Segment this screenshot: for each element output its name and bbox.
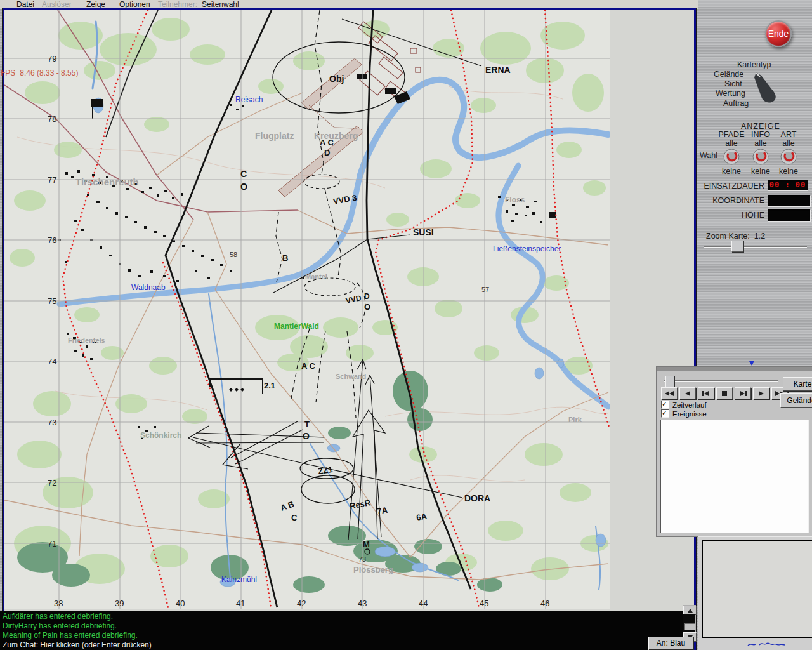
place-waldnaab: Waldnaab (131, 283, 166, 292)
fps-counter: FPS=8.46 (8.33 - 8.55) (1, 69, 78, 77)
anzeige-art-keine: keine (771, 167, 806, 176)
anzeige-art-alle: alle (771, 139, 806, 148)
chat-line: Meaning of Pain has entered debriefing. (0, 631, 683, 640)
ereignisse-checkbox[interactable] (661, 409, 669, 418)
label-ac2: A C (301, 361, 316, 371)
anzeige-art-knob-icon[interactable] (780, 149, 797, 165)
play-button[interactable] (753, 387, 769, 399)
label-7a: 7A (376, 505, 388, 516)
svg-text:42: 42 (297, 599, 306, 608)
anzeige-title: ANZEIGE (741, 122, 780, 131)
zeitverlauf-label: Zeitverlauf (672, 401, 707, 409)
ende-button[interactable]: Ende (765, 20, 792, 47)
unit-info-box (702, 540, 812, 638)
place-schwand: Schwand (336, 373, 366, 380)
chat-status-bar[interactable]: Zum Chat: Hier klicken (oder Enter drück… (0, 640, 648, 650)
kartentyp-option-auftrag[interactable]: Auftrag (723, 99, 749, 108)
boundary-diamonds (229, 388, 244, 392)
zeitverlauf-checkbox[interactable] (661, 401, 669, 409)
label-d2: D (324, 148, 330, 157)
menu-seitenwahl[interactable]: Seitenwahl (202, 0, 239, 9)
play-icon (756, 390, 766, 397)
label-58: 58 (230, 251, 237, 258)
zoom-karte-label: Zoom Karte: 1.2 (706, 232, 765, 241)
label-obj: Obj (329, 74, 344, 84)
svg-text:38: 38 (54, 599, 63, 608)
timeline-marker-icon (749, 361, 754, 366)
menu-ausloeser: Auslöser (42, 0, 72, 9)
place-reisach: Reisach (235, 95, 263, 104)
zoom-slider-thumb[interactable] (731, 241, 743, 252)
place-kainzmuehl: Kainzmühl (221, 575, 257, 584)
step-forward-button[interactable] (735, 387, 751, 399)
place-liessensteinspeicher: Ließensteinspeicher (493, 244, 561, 253)
kartentyp-option-gelaende[interactable]: Gelände (714, 70, 743, 79)
svg-text:75: 75 (48, 296, 56, 306)
menu-datei[interactable]: Datei (16, 0, 34, 9)
svg-text:72: 72 (48, 478, 56, 488)
stop-button[interactable] (716, 387, 733, 399)
svg-text:71: 71 (48, 539, 56, 548)
time-slider-track[interactable] (664, 380, 778, 382)
menu-teilnehmer: Teilnehmer: (158, 0, 197, 9)
zeitverlauf-checkbox-row[interactable]: Zeitverlauf (661, 401, 707, 409)
label-erna: ERNA (485, 65, 511, 75)
unit-info-header (703, 541, 812, 555)
kartentyp-knob-icon[interactable] (751, 71, 780, 104)
zoom-slider-track[interactable] (704, 246, 807, 248)
play-backward-button[interactable] (679, 387, 696, 399)
gelaende-button[interactable]: Gelände (780, 393, 812, 408)
signature-icon (747, 640, 787, 649)
label-o2: O (240, 182, 247, 192)
menu-optionen[interactable]: Optionen (119, 0, 150, 9)
label-73: 73 (358, 555, 366, 563)
kartentyp-option-sicht[interactable]: Sicht (724, 79, 742, 88)
anzeige-column-art: ART alle keine (771, 130, 806, 176)
playback-panel-edge (657, 367, 812, 371)
playback-panel: Karte Gelände Zeitverlauf Ereignisse (657, 367, 812, 536)
scrollbar-track[interactable] (683, 614, 695, 632)
scroll-up-button[interactable] (683, 606, 697, 615)
rewind-button[interactable] (661, 387, 678, 399)
chat-scrollbar[interactable] (683, 605, 696, 641)
label-6a: 6A (416, 512, 428, 522)
chat-recipient-button[interactable]: An: Blau (648, 637, 693, 649)
unit-info-panel (698, 536, 812, 650)
karte-button[interactable]: Karte (783, 377, 812, 391)
svg-text:76: 76 (48, 235, 56, 245)
step-back-button[interactable] (698, 387, 714, 399)
place-mantlerwald: MantlerWald (274, 322, 319, 331)
label-21: 2.1 (264, 381, 275, 390)
svg-text:44: 44 (419, 599, 428, 608)
zoom-karte-value: 1.2 (754, 232, 765, 241)
koordinate-label: KOORDINATE (698, 196, 764, 205)
tactical-map[interactable]: Obj ERNA SUSI DORA VVD 3 VVD D O C O B T… (4, 10, 610, 609)
svg-text:79: 79 (48, 54, 56, 63)
time-slider-thumb[interactable] (665, 376, 674, 387)
svg-text:78: 78 (48, 114, 56, 124)
map-window: Obj ERNA SUSI DORA VVD 3 VVD D O C O B T… (3, 8, 696, 650)
einsatzdauer-display: 00 : 00 (768, 180, 808, 190)
chat-log[interactable]: Aufklärer has entered debriefing. DirtyH… (0, 611, 683, 640)
chat-line: Aufklärer has entered debriefing. (0, 612, 683, 621)
scrollbar-thumb[interactable] (684, 623, 695, 630)
ereignisse-checkbox-row[interactable]: Ereignisse (661, 409, 707, 418)
label-57: 57 (481, 286, 489, 293)
place-floss: Floss (505, 196, 525, 204)
event-list[interactable] (660, 420, 809, 533)
anzeige-pfade-knob-icon[interactable] (723, 149, 740, 165)
label-t: T (304, 420, 310, 429)
step-forward-icon (738, 390, 748, 397)
kartentyp-option-wertung[interactable]: Wertung (716, 89, 745, 98)
svg-text:77: 77 (48, 175, 56, 185)
label-c: C (240, 169, 247, 179)
label-dora: DORA (464, 493, 490, 503)
svg-text:45: 45 (480, 599, 488, 608)
place-kreuzberg: Kreuzberg (314, 131, 358, 141)
arrow-up-icon (688, 609, 693, 613)
anzeige-info-knob-icon[interactable] (752, 149, 769, 165)
place-mantel: Mantel (305, 273, 327, 281)
menu-zeige[interactable]: Zeige (86, 0, 105, 9)
menu-bar: Datei Auslöser Zeige Optionen Teilnehmer… (0, 0, 698, 9)
stop-icon (719, 390, 730, 397)
